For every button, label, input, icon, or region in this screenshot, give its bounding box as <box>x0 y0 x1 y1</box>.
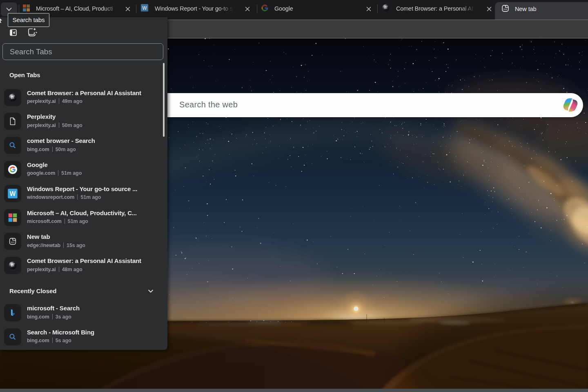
svg-text:W: W <box>10 190 16 197</box>
svg-text:W: W <box>142 5 147 11</box>
